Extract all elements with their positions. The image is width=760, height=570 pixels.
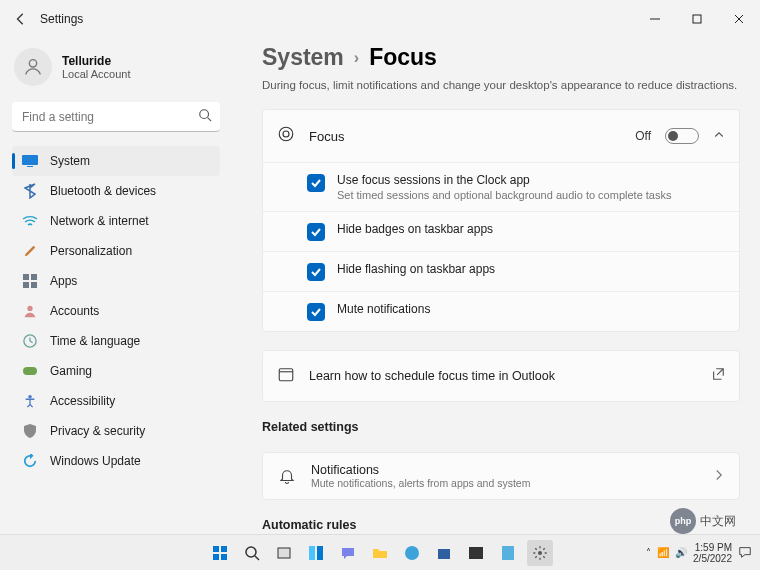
start-button[interactable]	[207, 540, 233, 566]
nav-label: System	[50, 154, 90, 168]
option-label: Mute notifications	[337, 302, 430, 316]
nav-label: Gaming	[50, 364, 92, 378]
nav-item-bluetooth-devices[interactable]: Bluetooth & devices	[12, 176, 220, 206]
outlook-link-card[interactable]: Learn how to schedule focus time in Outl…	[262, 350, 740, 402]
tray-chevron-icon[interactable]: ˄	[646, 547, 651, 558]
taskbar-search[interactable]	[239, 540, 265, 566]
terminal-button[interactable]	[463, 540, 489, 566]
nav-item-system[interactable]: System	[12, 146, 220, 176]
svg-line-24	[255, 556, 259, 560]
checkbox[interactable]	[307, 174, 325, 192]
search-icon	[198, 108, 212, 126]
window-title: Settings	[40, 12, 83, 26]
chat-button[interactable]	[335, 540, 361, 566]
store-button[interactable]	[431, 540, 457, 566]
search-box[interactable]	[12, 102, 220, 132]
system-tray[interactable]: ˄ 📶 🔊 1:59 PM 2/5/2022	[646, 542, 752, 564]
nav-item-privacy-security[interactable]: Privacy & security	[12, 416, 220, 446]
close-button[interactable]	[718, 4, 760, 34]
sidebar: Telluride Local Account SystemBluetooth …	[0, 38, 232, 534]
nav-item-accounts[interactable]: Accounts	[12, 296, 220, 326]
svg-rect-22	[221, 554, 227, 560]
notification-center-icon[interactable]	[738, 545, 752, 561]
nav-item-accessibility[interactable]: Accessibility	[12, 386, 220, 416]
maximize-button[interactable]	[676, 4, 718, 34]
svg-point-14	[28, 395, 32, 399]
user-name: Telluride	[62, 54, 131, 68]
svg-rect-31	[502, 546, 514, 560]
focus-header[interactable]: Focus Off	[263, 110, 739, 162]
svg-rect-20	[221, 546, 227, 552]
nav-item-personalization[interactable]: Personalization	[12, 236, 220, 266]
search-input[interactable]	[12, 102, 220, 132]
svg-rect-1	[693, 15, 701, 23]
volume-icon[interactable]: 🔊	[675, 547, 687, 558]
focus-card: Focus Off Use focus sessions in the Cloc…	[262, 109, 740, 332]
svg-point-3	[200, 110, 209, 119]
apps-icon	[22, 273, 38, 289]
widgets-button[interactable]	[303, 540, 329, 566]
focus-state: Off	[635, 129, 651, 143]
focus-option: Hide flashing on taskbar apps	[263, 251, 739, 291]
svg-rect-10	[31, 282, 37, 288]
wifi-icon[interactable]: 📶	[657, 547, 669, 558]
account-icon	[22, 303, 38, 319]
svg-point-16	[283, 131, 289, 137]
focus-toggle[interactable]	[665, 128, 699, 144]
notes-button[interactable]	[495, 540, 521, 566]
access-icon	[22, 393, 38, 409]
svg-rect-17	[279, 369, 293, 381]
shield-icon	[22, 423, 38, 439]
breadcrumb: System › Focus	[262, 44, 740, 71]
explorer-button[interactable]	[367, 540, 393, 566]
nav-item-network-internet[interactable]: Network & internet	[12, 206, 220, 236]
svg-point-2	[29, 60, 36, 67]
chevron-up-icon[interactable]	[713, 127, 725, 145]
nav-list: SystemBluetooth & devicesNetwork & inter…	[12, 146, 220, 476]
svg-rect-25	[278, 548, 290, 558]
nav-label: Bluetooth & devices	[50, 184, 156, 198]
svg-rect-6	[27, 166, 33, 167]
avatar	[14, 48, 52, 86]
svg-rect-13	[23, 367, 37, 375]
settings-button[interactable]	[527, 540, 553, 566]
svg-rect-7	[23, 274, 29, 280]
taskbar: ˄ 📶 🔊 1:59 PM 2/5/2022	[0, 534, 760, 570]
notifications-title: Notifications	[311, 463, 699, 477]
clock[interactable]: 1:59 PM 2/5/2022	[693, 542, 732, 564]
nav-item-windows-update[interactable]: Windows Update	[12, 446, 220, 476]
breadcrumb-parent[interactable]: System	[262, 44, 344, 71]
svg-rect-27	[317, 546, 323, 560]
svg-point-32	[538, 551, 542, 555]
external-link-icon	[711, 367, 725, 385]
svg-rect-9	[23, 282, 29, 288]
nav-item-time-language[interactable]: Time & language	[12, 326, 220, 356]
minimize-button[interactable]	[634, 4, 676, 34]
notifications-card[interactable]: Notifications Mute notifications, alerts…	[262, 452, 740, 500]
option-sub: Set timed sessions and optional backgrou…	[337, 189, 671, 201]
page-description: During focus, limit notifications and ch…	[262, 79, 740, 91]
nav-item-gaming[interactable]: Gaming	[12, 356, 220, 386]
svg-rect-21	[213, 554, 219, 560]
svg-point-28	[405, 546, 419, 560]
checkbox[interactable]	[307, 223, 325, 241]
svg-rect-30	[469, 547, 483, 559]
user-block[interactable]: Telluride Local Account	[12, 46, 220, 98]
svg-rect-19	[213, 546, 219, 552]
nav-label: Network & internet	[50, 214, 149, 228]
edge-button[interactable]	[399, 540, 425, 566]
watermark-text: 中文网	[700, 513, 736, 530]
wifi-icon	[22, 213, 38, 229]
checkbox[interactable]	[307, 263, 325, 281]
svg-point-23	[246, 547, 256, 557]
svg-point-15	[279, 127, 293, 141]
back-button[interactable]	[12, 10, 30, 28]
watermark: php 中文网	[670, 508, 736, 534]
focus-option: Hide badges on taskbar apps	[263, 211, 739, 251]
nav-item-apps[interactable]: Apps	[12, 266, 220, 296]
taskview-button[interactable]	[271, 540, 297, 566]
checkbox[interactable]	[307, 303, 325, 321]
nav-label: Apps	[50, 274, 77, 288]
nav-label: Windows Update	[50, 454, 141, 468]
nav-label: Time & language	[50, 334, 140, 348]
